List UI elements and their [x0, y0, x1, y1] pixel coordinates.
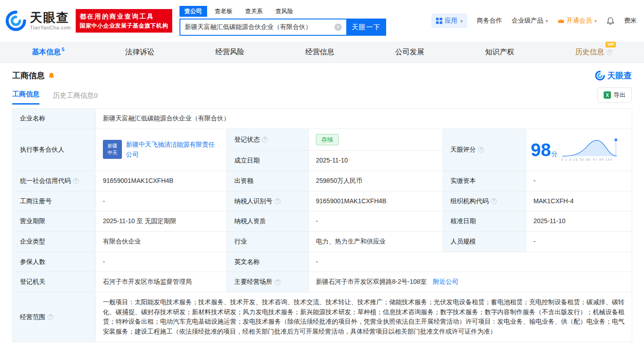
vip-badge: VIP: [605, 42, 616, 48]
tab-company-development[interactable]: 公司发展: [395, 48, 424, 57]
search-tab-boss[interactable]: 查老板: [210, 6, 237, 17]
field-label-business-scope-text: 经营范围: [20, 312, 45, 322]
field-value-establish-date: 2025-11-10: [309, 151, 443, 171]
search-tab-risk[interactable]: 查风险: [271, 6, 298, 17]
menu-open-vip[interactable]: 开通会员 ▾: [557, 17, 597, 25]
field-label-business-scope: 经营范围 ?: [13, 292, 96, 342]
help-icon[interactable]: ?: [262, 137, 268, 143]
section-title-text: 工商信息: [12, 70, 45, 81]
tab-basic-info[interactable]: 基本信息 5: [32, 48, 64, 57]
subscribe-bell-icon[interactable]: [48, 72, 55, 79]
nearby-company-link[interactable]: 附近公司: [433, 278, 458, 285]
grid-icon: [436, 18, 442, 24]
tab-business-info[interactable]: 经营信息: [305, 48, 334, 57]
field-label-company-type: 企业类型: [13, 231, 96, 252]
field-label-insured-count: 参保人数: [13, 252, 96, 272]
table-row: 登记机关 石河子市开发区市场监督管理局 主要经营场所 ? 新疆石河子市开发区双拥…: [13, 272, 632, 292]
tab-history-info[interactable]: 历史信息 VIP ?: [575, 48, 612, 57]
tab-operation-risk[interactable]: 经营风险: [215, 48, 244, 57]
slogan-line1: 都在用的商业查询工具: [80, 11, 168, 21]
field-label-establish-date: 成立日期: [227, 151, 309, 171]
search-area: 查公司 查老板 查关系 查风险 × 天眼一下: [179, 6, 386, 36]
field-value-taxpayer-id: 91659001MAK1CXFH4B: [309, 191, 443, 211]
chevron-down-icon: ▾: [460, 19, 463, 24]
field-value-business-address: 新疆石河子市开发区双拥路8-2号-108室 附近公司: [309, 272, 632, 292]
field-value-business-term: 2025-11-10 至 无固定期限: [96, 211, 227, 232]
table-row: 参保人数 - 英文名称 -: [13, 252, 632, 272]
table-row: 营业期限 2025-11-10 至 无固定期限 纳税人资质 - 核准日期 202…: [13, 211, 632, 232]
tab-business-registration[interactable]: 工商信息: [12, 90, 39, 105]
field-value-company-type: 有限合伙企业: [96, 231, 227, 252]
field-value-paid-capital: -: [526, 171, 632, 191]
clear-icon[interactable]: ×: [334, 24, 342, 31]
export-button[interactable]: X 导出: [597, 87, 632, 103]
search-tabs: 查公司 查老板 查关系 查风险: [179, 6, 386, 17]
user-name[interactable]: 费米: [624, 17, 637, 25]
field-label-credit-code: 统一社会信用代码 ?: [13, 171, 96, 191]
field-label-business-address: 主要经营场所 ?: [227, 272, 309, 292]
brand-domain: TianYanCha.com: [30, 25, 71, 30]
field-label-english-name: 英文名称: [227, 252, 309, 272]
field-value-staff-size: -: [526, 231, 632, 252]
table-row: 企业名称 新疆天富融汇低碳能源合伙企业（有限合伙）: [13, 109, 632, 129]
help-icon[interactable]: ?: [275, 198, 281, 204]
business-info-table: 企业名称 新疆天富融汇低碳能源合伙企业（有限合伙） 执行事务合伙人 新疆 中天 …: [12, 108, 632, 342]
help-icon[interactable]: ?: [478, 147, 484, 153]
tianyancha-logo[interactable]: 天眼查 TianYanCha.com: [5, 10, 71, 31]
score-axis-labels: 0 1 3 15 50 85 97 99 100: [562, 158, 620, 162]
field-label-org-code-text: 组织机构代码: [450, 196, 489, 206]
field-value-capital: 259850万人民币: [309, 171, 443, 191]
brand-text: 天眼查 TianYanCha.com: [30, 11, 71, 30]
apps-menu[interactable]: 应用 ▾: [431, 14, 467, 28]
field-label-credit-code-text: 统一社会信用代码: [20, 176, 71, 186]
field-label-industry: 行业: [227, 231, 309, 252]
partner-logo-line2: 中天: [107, 149, 117, 156]
field-label-business-address-text: 主要经营场所: [234, 277, 272, 287]
search-button[interactable]: 天眼一下: [346, 19, 386, 36]
tab-history-registration[interactable]: 历史工商信息0: [53, 91, 97, 105]
field-value-company-name: 新疆天富融汇低碳能源合伙企业（有限合伙）: [96, 109, 632, 129]
search-row: × 天眼一下: [179, 19, 386, 36]
score-distribution-curve: [562, 137, 620, 157]
help-icon[interactable]: ?: [275, 279, 281, 285]
partner-logo: 新疆 中天: [103, 140, 122, 159]
partner-company-link[interactable]: 新疆中天飞驰清洁能源有限责任公司: [126, 140, 219, 159]
help-icon[interactable]: ?: [48, 314, 53, 320]
business-address-text: 新疆石河子市开发区双拥路8-2号-108室: [316, 278, 426, 285]
field-value-org-code: MAK1CXFH-4: [526, 191, 632, 211]
field-value-english-name: -: [309, 252, 632, 272]
tab-intellectual-property[interactable]: 知识产权: [485, 48, 514, 57]
field-value-score: 98分 0 1 3 15 50 85 97 99 100: [526, 129, 632, 171]
tianyancha-logo-icon: [595, 71, 605, 81]
table-row: 工商注册号 - 纳税人识别号 ? 91659001MAK1CXFH4B 组织机构…: [13, 191, 632, 211]
search-input[interactable]: [179, 19, 346, 36]
tab-legal-proceedings[interactable]: 法律诉讼: [126, 48, 155, 57]
help-icon[interactable]: ?: [73, 178, 79, 184]
field-label-org-code: 组织机构代码 ?: [443, 191, 526, 211]
help-icon[interactable]: ?: [491, 198, 497, 204]
notification-bell-icon[interactable]: [606, 17, 615, 25]
help-icon[interactable]: ?: [606, 49, 612, 55]
search-tab-company[interactable]: 查公司: [179, 6, 207, 17]
tab-history-info-label: 历史信息: [575, 48, 604, 57]
table-row: 执行事务合伙人 新疆 中天 新疆中天飞驰清洁能源有限责任公司 登记状态 ? 存续…: [13, 129, 632, 151]
excel-icon: X: [604, 91, 611, 99]
field-value-managing-partner: 新疆 中天 新疆中天飞驰清洁能源有限责任公司: [96, 129, 227, 171]
field-label-approval-date: 核准日期: [443, 211, 526, 232]
score-unit: 分: [552, 150, 558, 158]
slogan-badge: 都在用的商业查询工具 国家中小企业发展子基金旗下机构: [76, 9, 172, 33]
header-menu: 应用 ▾ 商务合作 企业级产品 ▾ 开通会员 ▾ 费米: [431, 14, 637, 28]
field-label-score-text: 天眼评分: [450, 145, 476, 155]
score-chart: 0 1 3 15 50 85 97 99 100: [562, 137, 620, 162]
field-label-score: 天眼评分 ?: [443, 129, 526, 171]
table-row: 企业类型 有限合伙企业 行业 电力、热力生产和供应业 人员规模 -: [13, 231, 632, 252]
table-row: 统一社会信用代码 ? 91659001MAK1CXFH4B 出资额 259850…: [13, 171, 632, 191]
menu-enterprise[interactable]: 企业级产品 ▾: [512, 17, 548, 25]
status-badge: 存续: [316, 134, 339, 146]
table-row: 经营范围 ? 一般项目：太阳能发电技术服务；技术服务、技术开发、技术咨询、技术交…: [13, 292, 632, 342]
field-value-business-scope: 一般项目：太阳能发电技术服务；技术服务、技术开发、技术咨询、技术交流、技术转让、…: [96, 292, 632, 342]
brand-watermark-text: 天眼查: [607, 70, 632, 81]
menu-cooperation[interactable]: 商务合作: [477, 17, 502, 25]
search-tab-relation[interactable]: 查关系: [240, 6, 268, 17]
chevron-down-icon: ▾: [595, 19, 597, 24]
